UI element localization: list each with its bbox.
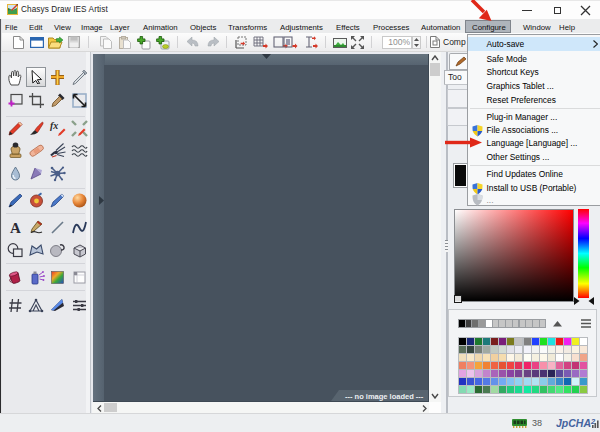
- svg-text:fx: fx: [50, 120, 58, 131]
- svg-text:A: A: [10, 220, 21, 236]
